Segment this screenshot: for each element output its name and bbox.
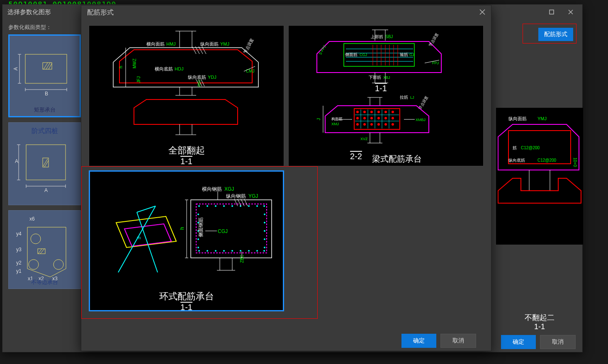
option-section: 2-2 bbox=[350, 152, 362, 165]
svg-rect-3 bbox=[25, 54, 67, 83]
titlebar: 配筋形式 bbox=[81, 5, 491, 19]
svg-point-179 bbox=[207, 250, 208, 252]
svg-point-195 bbox=[264, 238, 265, 240]
cancel-button[interactable]: 取消 bbox=[440, 334, 476, 348]
svg-text:x6: x6 bbox=[29, 216, 35, 222]
shape-card-unequal[interactable]: x6 y4 y3 y2 y1 x1 x2 x3 不等边承台 bbox=[8, 210, 81, 289]
svg-text:横向底筋: 横向底筋 bbox=[155, 66, 173, 71]
svg-point-193 bbox=[264, 222, 265, 223]
option-caption: 全部翻起 bbox=[92, 144, 280, 157]
svg-text:J: J bbox=[316, 118, 321, 120]
svg-text:纵向底筋: 纵向底筋 bbox=[188, 75, 206, 80]
shape-list: 参数化截面类型： A B 矩形承台 bbox=[8, 24, 81, 328]
svg-point-176 bbox=[256, 205, 258, 207]
svg-point-173 bbox=[231, 205, 233, 207]
svg-text:CGJ: CGJ bbox=[360, 53, 367, 57]
svg-rect-16 bbox=[26, 145, 66, 180]
svg-text:h: h bbox=[179, 227, 185, 230]
svg-text:纵向钢筋: 纵向钢筋 bbox=[226, 193, 246, 199]
svg-text:XBJ: XBJ bbox=[383, 75, 390, 80]
svg-text:XVZ: XVZ bbox=[360, 137, 368, 141]
svg-line-14 bbox=[46, 63, 50, 69]
svg-text:ZBC: ZBC bbox=[197, 79, 201, 87]
svg-point-180 bbox=[215, 250, 216, 252]
shape-card-rect[interactable]: A B 矩形承台 bbox=[8, 34, 81, 117]
rebar-option-beam[interactable]: 上部筋 SBJ 侧面筋 CGJ 箍筋 GJ FPJ bbox=[288, 25, 484, 166]
dialog-title: 配筋形式 bbox=[87, 8, 114, 17]
svg-text:YGJ: YGJ bbox=[248, 193, 258, 199]
background-preview: 纵向面筋 YMJ 筋 C12@200 纵向底筋 C12@200 10+0 不翻起… bbox=[496, 108, 583, 245]
svg-point-142 bbox=[392, 123, 394, 126]
svg-point-182 bbox=[231, 250, 233, 252]
svg-text:C12@200: C12@200 bbox=[537, 158, 557, 163]
svg-point-135 bbox=[384, 117, 387, 119]
svg-point-192 bbox=[264, 214, 265, 215]
svg-text:m: m bbox=[137, 235, 141, 240]
svg-text:XMJ: XMJ bbox=[331, 122, 339, 126]
svg-text:A: A bbox=[44, 187, 48, 193]
svg-point-125 bbox=[356, 111, 359, 113]
svg-text:XMBJ: XMBJ bbox=[416, 118, 426, 122]
svg-line-13 bbox=[44, 63, 48, 69]
rebar-form-button[interactable]: 配筋形式 bbox=[538, 28, 573, 41]
close-button[interactable] bbox=[564, 7, 577, 17]
svg-point-132 bbox=[363, 117, 366, 119]
svg-text:B: B bbox=[45, 91, 48, 97]
svg-point-184 bbox=[248, 250, 250, 252]
ok-button[interactable]: 确定 bbox=[401, 334, 436, 348]
svg-text:GJ: GJ bbox=[409, 53, 414, 57]
svg-text:LJ: LJ bbox=[410, 95, 414, 99]
svg-text:1-1: 1-1 bbox=[375, 84, 387, 93]
svg-text:箍筋: 箍筋 bbox=[400, 52, 408, 57]
svg-point-171 bbox=[215, 205, 216, 207]
svg-text:节点设置: 节点设置 bbox=[243, 37, 254, 54]
svg-text:SBJ: SBJ bbox=[385, 34, 393, 39]
svg-text:节点设置: 节点设置 bbox=[428, 32, 439, 47]
svg-text:YMJ: YMJ bbox=[220, 41, 229, 46]
svg-point-194 bbox=[264, 230, 265, 232]
svg-point-140 bbox=[377, 123, 380, 126]
svg-text:y3: y3 bbox=[16, 247, 22, 252]
svg-line-34 bbox=[40, 249, 44, 254]
svg-point-126 bbox=[363, 111, 366, 113]
option-section: 1-1 bbox=[92, 157, 280, 166]
shape-caption: 矩形承台 bbox=[10, 106, 80, 114]
svg-text:JFJ: JFJ bbox=[136, 76, 141, 83]
svg-point-190 bbox=[197, 238, 199, 240]
svg-point-141 bbox=[384, 123, 387, 126]
svg-text:y2: y2 bbox=[16, 260, 22, 266]
svg-text:上部筋: 上部筋 bbox=[371, 34, 383, 39]
ok-button[interactable]: 确定 bbox=[501, 335, 536, 349]
svg-text:纵向面筋: 纵向面筋 bbox=[200, 41, 219, 46]
svg-point-127 bbox=[370, 111, 373, 113]
svg-point-186 bbox=[263, 250, 265, 252]
svg-point-169 bbox=[198, 205, 200, 207]
svg-point-139 bbox=[370, 123, 373, 126]
rebar-option-ring[interactable]: m 横向钢筋 XGJ 纵向钢筋 YGJ bbox=[89, 170, 284, 311]
svg-point-196 bbox=[264, 247, 265, 248]
svg-point-134 bbox=[377, 117, 380, 119]
svg-text:h: h bbox=[118, 66, 123, 68]
shape-card-step-4pile[interactable]: 阶式四桩 A A bbox=[8, 122, 81, 205]
option-scroll[interactable]: 横向面筋 HMJ 纵向面筋 YMJ 横向底筋 HDJ 纵向底筋 YDJ CMJ … bbox=[81, 19, 491, 331]
maximize-button[interactable] bbox=[545, 7, 558, 17]
svg-text:纵向面筋: 纵向面筋 bbox=[508, 116, 527, 121]
preview-subcaption: 1-1 bbox=[496, 323, 583, 331]
rebar-option-all-flip[interactable]: 横向面筋 HMJ 纵向面筋 YMJ 横向底筋 HDJ 纵向底筋 YDJ CMJ … bbox=[89, 25, 284, 166]
cancel-button[interactable]: 取消 bbox=[540, 335, 576, 349]
svg-point-137 bbox=[356, 123, 359, 126]
svg-point-31 bbox=[54, 260, 63, 269]
svg-text:CGJ: CGJ bbox=[218, 228, 228, 234]
svg-text:拉筋: 拉筋 bbox=[400, 95, 408, 99]
svg-point-130 bbox=[392, 111, 394, 113]
svg-rect-0 bbox=[550, 10, 554, 14]
svg-rect-168 bbox=[196, 204, 267, 253]
svg-text:横向面筋: 横向面筋 bbox=[146, 41, 165, 46]
dialog-title: 选择参数化图形 bbox=[7, 8, 51, 16]
svg-point-133 bbox=[370, 117, 373, 119]
section-type-label: 参数化截面类型： bbox=[8, 24, 81, 31]
svg-text:HMJ: HMJ bbox=[166, 41, 176, 46]
close-icon[interactable] bbox=[479, 8, 485, 17]
svg-text:10+0: 10+0 bbox=[573, 158, 577, 167]
svg-text:A: A bbox=[14, 67, 19, 70]
